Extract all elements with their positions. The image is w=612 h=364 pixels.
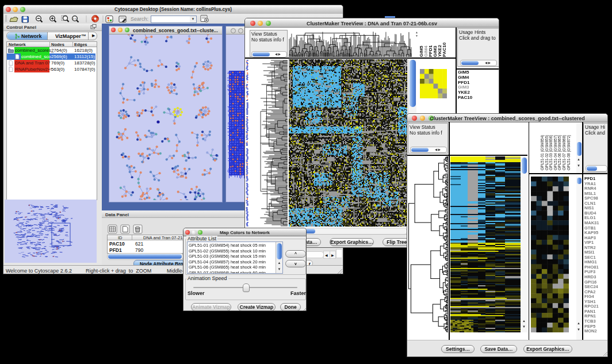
svg-text:1:1: 1:1 — [73, 17, 76, 20]
